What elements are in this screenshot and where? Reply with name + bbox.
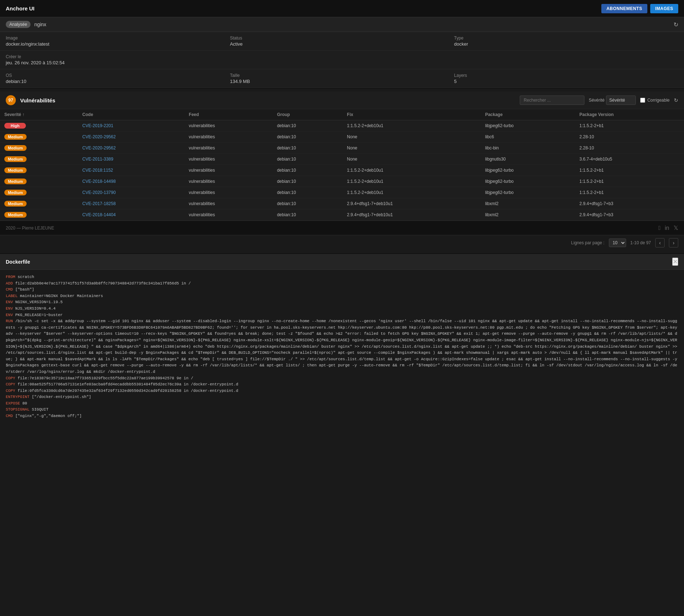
cell-feed: vulnerabilities bbox=[184, 154, 272, 165]
cell-fix: 1:1.5.2-2+deb10u1 bbox=[343, 187, 481, 198]
severity-filter-label: Sévérité bbox=[589, 98, 605, 103]
cell-code: CVE-2018-14498 bbox=[78, 176, 184, 187]
cell-package-version: 1:1.5.2-2+b1 bbox=[575, 120, 684, 131]
per-page-select[interactable]: 10 5 25 50 bbox=[609, 238, 626, 247]
cell-package: libc6 bbox=[481, 131, 575, 143]
table-row: Medium CVE-2018-14404 vulnerabilities de… bbox=[0, 209, 684, 221]
pagination-info: 1-10 de 97 bbox=[630, 240, 651, 245]
vuln-header: 97 Vulnérabilités Sévérité Sévérité High… bbox=[0, 92, 684, 109]
cell-group: debian:10 bbox=[273, 143, 343, 154]
created-label: Créer le bbox=[6, 54, 678, 59]
status-cell: Status Active bbox=[230, 36, 454, 47]
cell-fix: None bbox=[343, 131, 481, 143]
cell-code: CVE-2017-18258 bbox=[78, 198, 184, 209]
severity-badge: Medium bbox=[4, 212, 27, 218]
cell-group: debian:10 bbox=[273, 209, 343, 221]
cell-group: debian:10 bbox=[273, 187, 343, 198]
pagination-next-button[interactable]: › bbox=[669, 238, 678, 247]
severity-badge: Medium bbox=[4, 190, 27, 195]
cell-fix: 1:1.5.2-2+deb10u1 bbox=[343, 176, 481, 187]
table-row: Medium CVE-2018-14498 vulnerabilities de… bbox=[0, 176, 684, 187]
cell-package: libgnutls30 bbox=[481, 154, 575, 165]
cell-code: CVE-2020-29562 bbox=[78, 143, 184, 154]
cell-package: libjpeg62-turbo bbox=[481, 187, 575, 198]
pagination-prev-button[interactable]: ‹ bbox=[655, 238, 665, 247]
layers-label: Layers bbox=[454, 73, 678, 78]
cell-code: CVE-2019-2201 bbox=[78, 120, 184, 131]
cell-feed: vulnerabilities bbox=[184, 176, 272, 187]
col-code: Code bbox=[78, 109, 184, 120]
cell-severity: Medium bbox=[0, 209, 78, 221]
info-row-image: Image docker.io/nginx:latest Status Acti… bbox=[0, 32, 684, 51]
cve-link[interactable]: CVE-2020-29562 bbox=[82, 134, 116, 139]
github-icon[interactable]:  bbox=[658, 225, 661, 231]
cell-fix: 2.9.4+dfsg1-7+deb10u1 bbox=[343, 209, 481, 221]
cve-link[interactable]: CVE-2020-13790 bbox=[82, 190, 116, 195]
image-info-table: Image docker.io/nginx:latest Status Acti… bbox=[0, 32, 684, 89]
os-value: debian:10 bbox=[6, 79, 230, 84]
cell-severity: Medium bbox=[0, 143, 78, 154]
created-value: jeu. 26 nov. 2020 à 15:02:54 bbox=[6, 60, 678, 65]
cve-link[interactable]: CVE-2017-18258 bbox=[82, 201, 116, 206]
dockerfile-content: FROM scratch ADD file:d2abb0e4e7ac177374… bbox=[0, 270, 684, 424]
cell-feed: vulnerabilities bbox=[184, 165, 272, 176]
cell-code: CVE-2018-14404 bbox=[78, 209, 184, 221]
app-title: Anchore UI bbox=[6, 5, 35, 11]
header-actions: ABONNEMENTS IMAGES bbox=[601, 4, 678, 13]
col-package: Package bbox=[481, 109, 575, 120]
cve-link[interactable]: CVE-2011-3389 bbox=[82, 157, 113, 162]
cell-package-version: 3.6.7-4+deb10u5 bbox=[575, 154, 684, 165]
abonnements-button[interactable]: ABONNEMENTS bbox=[601, 4, 647, 13]
table-row: Medium CVE-2020-29562 vulnerabilities de… bbox=[0, 143, 684, 154]
cve-link[interactable]: CVE-2018-14404 bbox=[82, 212, 116, 217]
layers-cell: Layers 5 bbox=[454, 73, 678, 84]
type-value: docker bbox=[454, 41, 678, 47]
dockerfile-title: Dockerfile bbox=[6, 259, 30, 265]
images-button[interactable]: IMAGES bbox=[650, 4, 678, 13]
table-row: Medium CVE-2020-29562 vulnerabilities de… bbox=[0, 131, 684, 143]
cell-code: CVE-2020-13790 bbox=[78, 187, 184, 198]
footer-text: 2020 — Pierre LEJEUNE bbox=[6, 226, 54, 231]
col-group: Group bbox=[273, 109, 343, 120]
vuln-search-input[interactable] bbox=[520, 96, 584, 105]
cell-package: libxml2 bbox=[481, 198, 575, 209]
created-cell: Créer le jeu. 26 nov. 2020 à 15:02:54 bbox=[6, 54, 678, 65]
cell-group: debian:10 bbox=[273, 154, 343, 165]
cell-group: debian:10 bbox=[273, 165, 343, 176]
footer-icons:  in 𝕏 bbox=[658, 224, 678, 231]
refresh-button[interactable]: ↻ bbox=[674, 21, 678, 28]
status-value: Active bbox=[230, 41, 454, 47]
cell-feed: vulnerabilities bbox=[184, 198, 272, 209]
cve-link[interactable]: CVE-2018-14498 bbox=[82, 179, 116, 184]
cell-feed: vulnerabilities bbox=[184, 187, 272, 198]
severity-badge: Medium bbox=[4, 167, 27, 173]
search-input[interactable] bbox=[34, 22, 670, 27]
page-footer: 2020 — Pierre LEJEUNE  in 𝕏 bbox=[0, 221, 684, 235]
severity-select[interactable]: Sévérité High Medium Low Negligible bbox=[606, 96, 636, 105]
vuln-refresh-button[interactable]: ↻ bbox=[674, 97, 678, 103]
cell-feed: vulnerabilities bbox=[184, 209, 272, 221]
corrigeable-checkbox[interactable] bbox=[640, 98, 645, 103]
cell-package-version: 2.28-10 bbox=[575, 131, 684, 143]
cell-package-version: 2.28-10 bbox=[575, 143, 684, 154]
cell-package-version: 2.9.4+dfsg1-7+b3 bbox=[575, 209, 684, 221]
col-feed: Feed bbox=[184, 109, 272, 120]
table-row: Medium CVE-2018:1152 vulnerabilities deb… bbox=[0, 165, 684, 176]
app-header: Anchore UI ABONNEMENTS IMAGES bbox=[0, 0, 684, 17]
cell-severity: Medium bbox=[0, 154, 78, 165]
cve-link[interactable]: CVE-2020-29562 bbox=[82, 145, 116, 150]
searchbar: Analysée ↻ bbox=[0, 17, 684, 32]
cell-code: CVE-2020-29562 bbox=[78, 131, 184, 143]
type-cell: Type docker bbox=[454, 36, 678, 47]
image-cell: Image docker.io/nginx:latest bbox=[6, 36, 230, 47]
linkedin-icon[interactable]: in bbox=[665, 225, 669, 231]
cve-link[interactable]: CVE-2019-2201 bbox=[82, 123, 113, 128]
cell-feed: vulnerabilities bbox=[184, 120, 272, 131]
severity-badge: Medium bbox=[4, 134, 27, 140]
info-row-created: Créer le jeu. 26 nov. 2020 à 15:02:54 bbox=[0, 51, 684, 69]
twitter-icon[interactable]: 𝕏 bbox=[674, 224, 678, 231]
cell-severity: Medium bbox=[0, 187, 78, 198]
cve-link[interactable]: CVE-2018:1152 bbox=[82, 168, 113, 173]
severity-filter-wrapper: Sévérité Sévérité High Medium Low Neglig… bbox=[589, 96, 636, 105]
dockerfile-collapse-button[interactable]: ✕ bbox=[672, 258, 678, 266]
